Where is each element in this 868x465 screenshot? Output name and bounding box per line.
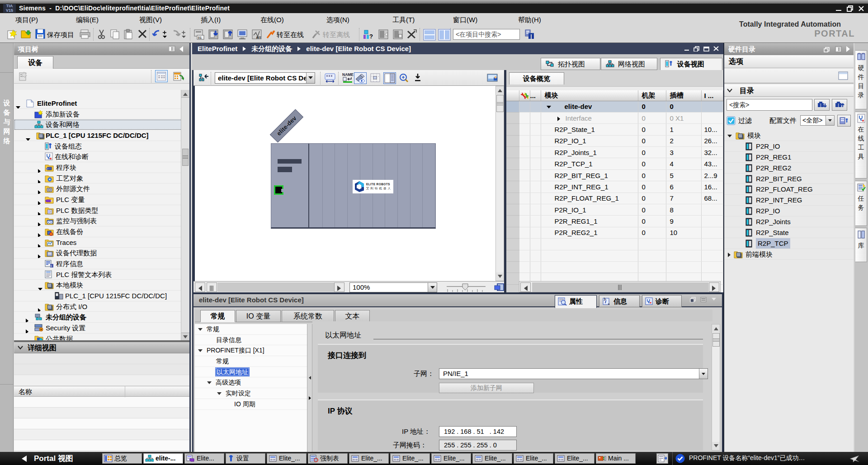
svg-text:?: ? [369, 33, 373, 40]
svg-text:01: 01 [198, 36, 202, 39]
svg-text:RT: RT [256, 36, 261, 40]
svg-text:NAME: NAME [342, 72, 354, 77]
svg-text:i: i [51, 264, 52, 268]
